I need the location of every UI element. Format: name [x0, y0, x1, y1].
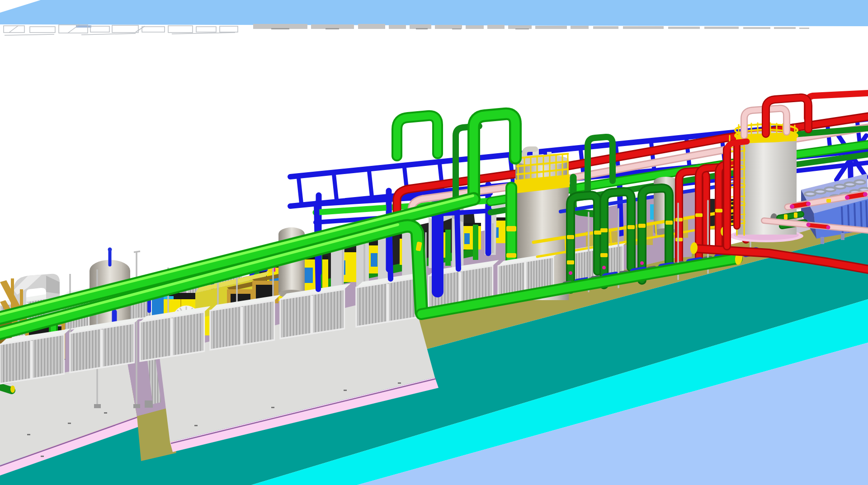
sky-band [0, 0, 868, 26]
plant-3d-render [0, 0, 868, 485]
plant-3d-viewport[interactable] [0, 0, 868, 485]
